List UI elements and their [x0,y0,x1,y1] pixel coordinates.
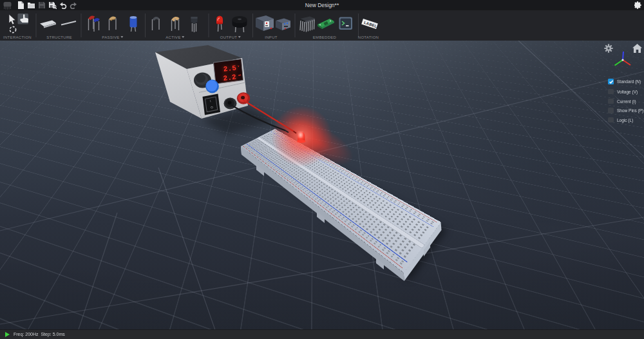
svg-text:2.2: 2.2 [223,73,237,82]
svg-text:2.5: 2.5 [223,64,237,73]
